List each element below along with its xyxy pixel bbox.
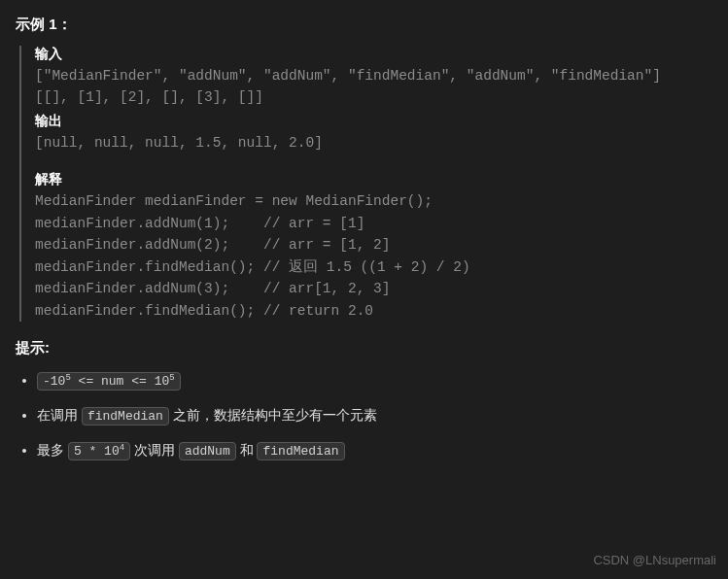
hint2-text-after: 之前，数据结构中至少有一个元素 <box>173 407 377 423</box>
hint3-code3: findMedian <box>257 442 344 460</box>
hint-item-2: 在调用 findMedian 之前，数据结构中至少有一个元素 <box>37 404 712 427</box>
input-label: 输入 <box>35 46 712 63</box>
input-line-2: [[], [1], [2], [], [3], []] <box>35 86 712 108</box>
example-heading: 示例 1： <box>16 16 712 34</box>
hints-heading: 提示: <box>16 339 712 358</box>
hint3-text3: 和 <box>240 442 258 458</box>
hint3-code1: 5 * 104 <box>68 442 130 460</box>
explain-line-4: medianFinder.addNum(3); // arr[1, 2, 3] <box>35 278 712 299</box>
hint-item-1: -105 <= num <= 105 <box>37 369 712 392</box>
hint3-text2: 次调用 <box>134 442 179 458</box>
hint3-text1: 最多 <box>37 442 68 458</box>
hint1-code: -105 <= num <= 105 <box>37 372 181 391</box>
hint3-code2: addNum <box>179 442 236 460</box>
watermark: CSDN @LNsupermali <box>593 553 716 567</box>
output-line: [null, null, null, 1.5, null, 2.0] <box>35 132 712 153</box>
hint2-text-before: 在调用 <box>37 407 82 423</box>
explain-line-0: MedianFinder medianFinder = new MedianFi… <box>35 190 712 212</box>
input-line-1: ["MedianFinder", "addNum", "addNum", "fi… <box>35 65 712 86</box>
hints-list: -105 <= num <= 105 在调用 findMedian 之前，数据结… <box>16 369 712 461</box>
hint-item-3: 最多 5 * 104 次调用 addNum 和 findMedian <box>37 439 712 462</box>
hint2-code: findMedian <box>82 407 169 426</box>
explain-label: 解释 <box>35 171 712 188</box>
explain-line-2: medianFinder.addNum(2); // arr = [1, 2] <box>35 234 712 255</box>
explain-line-5: medianFinder.findMedian(); // return 2.0 <box>35 300 712 322</box>
explain-line-1: medianFinder.addNum(1); // arr = [1] <box>35 213 712 234</box>
example-block: 输入 ["MedianFinder", "addNum", "addNum", … <box>19 46 712 322</box>
explain-line-3: medianFinder.findMedian(); // 返回 1.5 ((1… <box>35 256 712 278</box>
output-label: 输出 <box>35 113 712 130</box>
